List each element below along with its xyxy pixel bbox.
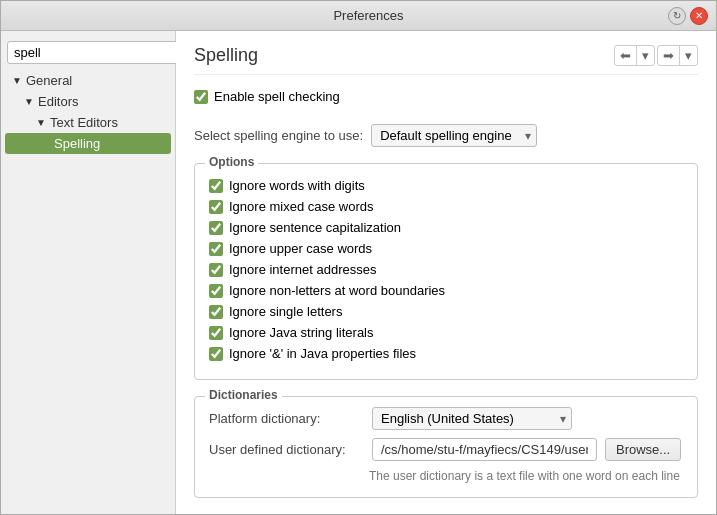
- option-checkbox-3[interactable]: [209, 242, 223, 256]
- window-title: Preferences: [69, 8, 668, 23]
- enable-spell-checkbox[interactable]: [194, 90, 208, 104]
- option-item-0[interactable]: Ignore words with digits: [209, 178, 683, 193]
- option-text-4: Ignore internet addresses: [229, 262, 376, 277]
- engine-label: Select spelling engine to use:: [194, 128, 363, 143]
- option-text-3: Ignore upper case words: [229, 241, 372, 256]
- dictionaries-section: Dictionaries Platform dictionary: Englis…: [194, 396, 698, 498]
- platform-dict-row: Platform dictionary: English (United Sta…: [209, 407, 683, 430]
- back-group: ⬅ ▾: [614, 45, 655, 66]
- platform-dict-select-wrap: English (United States): [372, 407, 572, 430]
- options-legend: Options: [205, 155, 258, 169]
- option-item-5[interactable]: Ignore non-letters at word boundaries: [209, 283, 683, 298]
- user-dict-label: User defined dictionary:: [209, 442, 364, 457]
- option-text-2: Ignore sentence capitalization: [229, 220, 401, 235]
- content-area: ✕ ▼General▼Editors▼Text EditorsSpelling …: [1, 31, 716, 514]
- back-button[interactable]: ⬅: [615, 46, 636, 65]
- refresh-button[interactable]: ↻: [668, 7, 686, 25]
- sidebar-label-editors: Editors: [38, 94, 78, 109]
- option-text-6: Ignore single letters: [229, 304, 342, 319]
- options-section: Options Ignore words with digitsIgnore m…: [194, 163, 698, 380]
- forward-group: ➡ ▾: [657, 45, 698, 66]
- option-checkbox-1[interactable]: [209, 200, 223, 214]
- user-dict-input[interactable]: [372, 438, 597, 461]
- window-controls: ↻ ✕: [668, 7, 708, 25]
- option-text-0: Ignore words with digits: [229, 178, 365, 193]
- sidebar-item-spelling[interactable]: Spelling: [5, 133, 171, 154]
- back-dropdown-button[interactable]: ▾: [636, 46, 654, 65]
- option-item-4[interactable]: Ignore internet addresses: [209, 262, 683, 277]
- nav-controls: ⬅ ▾ ➡ ▾: [614, 45, 698, 66]
- option-checkbox-0[interactable]: [209, 179, 223, 193]
- panel-header: Spelling ⬅ ▾ ➡ ▾: [194, 45, 698, 75]
- tree-arrow-editors: ▼: [23, 96, 35, 107]
- forward-dropdown-button[interactable]: ▾: [679, 46, 697, 65]
- sidebar-label-general: General: [26, 73, 72, 88]
- enable-spell-label[interactable]: Enable spell checking: [194, 89, 340, 104]
- dict-legend: Dictionaries: [205, 388, 282, 402]
- options-list: Ignore words with digitsIgnore mixed cas…: [209, 178, 683, 361]
- tree-arrow-general: ▼: [11, 75, 23, 86]
- sidebar-label-text-editors: Text Editors: [50, 115, 118, 130]
- forward-button[interactable]: ➡: [658, 46, 679, 65]
- option-text-7: Ignore Java string literals: [229, 325, 374, 340]
- engine-select[interactable]: Default spelling engine: [371, 124, 537, 147]
- sidebar-item-text-editors[interactable]: ▼Text Editors: [1, 112, 175, 133]
- option-text-8: Ignore '&' in Java properties files: [229, 346, 416, 361]
- option-text-5: Ignore non-letters at word boundaries: [229, 283, 445, 298]
- option-item-2[interactable]: Ignore sentence capitalization: [209, 220, 683, 235]
- option-checkbox-8[interactable]: [209, 347, 223, 361]
- engine-row: Select spelling engine to use: Default s…: [194, 124, 698, 147]
- option-checkbox-5[interactable]: [209, 284, 223, 298]
- close-button[interactable]: ✕: [690, 7, 708, 25]
- option-item-8[interactable]: Ignore '&' in Java properties files: [209, 346, 683, 361]
- main-panel: Spelling ⬅ ▾ ➡ ▾ Enable spell checking: [176, 31, 716, 514]
- engine-select-wrap: Default spelling engine: [371, 124, 537, 147]
- panel-title: Spelling: [194, 45, 258, 66]
- sidebar-item-editors[interactable]: ▼Editors: [1, 91, 175, 112]
- dict-hint: The user dictionary is a text file with …: [369, 469, 683, 483]
- enable-spell-text: Enable spell checking: [214, 89, 340, 104]
- browse-button[interactable]: Browse...: [605, 438, 681, 461]
- option-checkbox-2[interactable]: [209, 221, 223, 235]
- platform-dict-label: Platform dictionary:: [209, 411, 364, 426]
- option-item-1[interactable]: Ignore mixed case words: [209, 199, 683, 214]
- sidebar: ✕ ▼General▼Editors▼Text EditorsSpelling: [1, 31, 176, 514]
- search-input[interactable]: [7, 41, 189, 64]
- sidebar-label-spelling: Spelling: [54, 136, 100, 151]
- titlebar: Preferences ↻ ✕: [1, 1, 716, 31]
- user-dict-row: User defined dictionary: Browse...: [209, 438, 683, 461]
- platform-dict-select[interactable]: English (United States): [372, 407, 572, 430]
- option-checkbox-6[interactable]: [209, 305, 223, 319]
- option-text-1: Ignore mixed case words: [229, 199, 374, 214]
- option-item-6[interactable]: Ignore single letters: [209, 304, 683, 319]
- sidebar-item-general[interactable]: ▼General: [1, 70, 175, 91]
- option-checkbox-7[interactable]: [209, 326, 223, 340]
- option-checkbox-4[interactable]: [209, 263, 223, 277]
- option-item-7[interactable]: Ignore Java string literals: [209, 325, 683, 340]
- tree-arrow-text-editors: ▼: [35, 117, 47, 128]
- search-wrap: ✕: [1, 37, 175, 70]
- option-item-3[interactable]: Ignore upper case words: [209, 241, 683, 256]
- preferences-window: Preferences ↻ ✕ ✕ ▼General▼Editors▼Text …: [0, 0, 717, 515]
- enable-spell-row: Enable spell checking: [194, 89, 698, 110]
